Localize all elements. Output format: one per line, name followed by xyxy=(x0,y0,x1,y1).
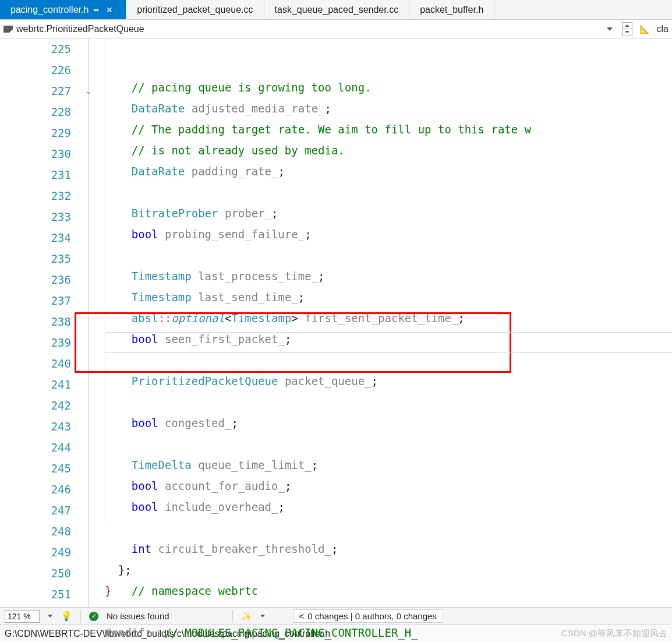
line-number: 241 xyxy=(0,374,71,395)
close-icon[interactable]: ✕ xyxy=(104,5,115,15)
line-number: 238 xyxy=(0,311,71,332)
line-number: 236 xyxy=(0,269,71,290)
tab-task-queue-paced-sender[interactable]: task_queue_paced_sender.cc xyxy=(264,0,410,19)
code-line[interactable] xyxy=(105,601,672,622)
code-line[interactable]: PrioritizedPacketQueue packet_queue_; xyxy=(105,371,672,391)
line-number: 226 xyxy=(0,59,71,80)
code-line[interactable] xyxy=(105,391,672,412)
code-line[interactable]: int circuit_breaker_threshold_; xyxy=(105,538,672,559)
code-line[interactable]: }; xyxy=(105,559,672,580)
tab-prioritized-packet-queue[interactable]: prioritized_packet_queue.cc xyxy=(126,0,264,19)
code-line[interactable]: bool congested_; xyxy=(105,412,672,433)
nav-stepper[interactable] xyxy=(622,22,632,36)
line-number: 245 xyxy=(0,458,71,479)
code-line[interactable]: bool account_for_audio_; xyxy=(105,475,672,496)
line-number: 244 xyxy=(0,437,71,458)
code-line[interactable] xyxy=(105,350,672,371)
pin-icon[interactable]: ⇴ xyxy=(93,6,99,14)
tab-bar: pacing_controller.h ⇴ ✕ prioritized_pack… xyxy=(0,0,672,20)
code-line[interactable]: TimeDelta queue_time_limit_; xyxy=(105,454,672,475)
zoom-input[interactable] xyxy=(5,610,40,623)
code-line[interactable]: absl::optional<Timestamp> first_sent_pac… xyxy=(105,308,672,329)
code-line[interactable] xyxy=(105,517,672,538)
code-area[interactable]: // pacing queue is growing too long. Dat… xyxy=(105,38,672,607)
code-line[interactable]: bool seen_first_packet_; xyxy=(105,329,672,350)
nav-right-label: cla xyxy=(657,24,669,34)
line-number: 250 xyxy=(0,563,71,584)
code-line[interactable]: bool probing_send_failure_; xyxy=(105,224,672,245)
code-line[interactable] xyxy=(105,245,672,266)
fold-column[interactable]: ⌄ xyxy=(82,38,105,607)
line-number: 243 xyxy=(0,416,71,437)
code-line[interactable]: } // namespace webrtc xyxy=(105,580,672,601)
code-line[interactable]: DataRate adjusted_media_rate_; xyxy=(105,98,672,119)
breadcrumb[interactable]: webrtc.PrioritizedPacketQueue xyxy=(16,24,603,34)
code-editor[interactable]: 2252262272282292302312322332342352362372… xyxy=(0,38,672,607)
code-line[interactable]: bool include_overhead_; xyxy=(105,496,672,517)
class-icon xyxy=(3,26,13,33)
tab-label: packet_buffer.h xyxy=(420,5,483,15)
line-number: 237 xyxy=(0,290,71,311)
code-line[interactable]: BitrateProber prober_; xyxy=(105,203,672,224)
line-number: 233 xyxy=(0,206,71,227)
tab-label: pacing_controller.h xyxy=(10,5,89,15)
ok-check-icon: ✓ xyxy=(89,612,98,621)
line-number: 231 xyxy=(0,164,71,185)
line-number: 239 xyxy=(0,332,71,353)
code-line[interactable]: // is not already used by media. xyxy=(105,140,672,161)
line-number: 225 xyxy=(0,38,71,59)
line-number: 228 xyxy=(0,101,71,122)
line-number-gutter: 2252262272282292302312322332342352362372… xyxy=(0,38,82,607)
dropdown-arrow-icon[interactable] xyxy=(607,27,613,31)
line-number: 229 xyxy=(0,122,71,143)
code-line[interactable]: #endif // MODULES_PACING_PACING_CONTROLL… xyxy=(105,622,672,642)
line-number: 230 xyxy=(0,143,71,164)
code-line[interactable] xyxy=(105,433,672,454)
tab-label: task_queue_paced_sender.cc xyxy=(275,5,399,15)
code-line[interactable]: // The padding target rate. We aim to fi… xyxy=(105,119,672,140)
code-line[interactable]: DataRate padding_rate_; xyxy=(105,161,672,182)
line-number: 246 xyxy=(0,479,71,500)
line-number: 249 xyxy=(0,542,71,563)
tab-pacing-controller[interactable]: pacing_controller.h ⇴ ✕ xyxy=(0,0,126,19)
line-number: 242 xyxy=(0,395,71,416)
code-line[interactable] xyxy=(105,182,672,203)
lightbulb-icon[interactable]: 💡 xyxy=(61,611,72,622)
line-number: 251 xyxy=(0,584,71,605)
code-line[interactable]: Timestamp last_process_time_; xyxy=(105,266,672,287)
collapse-icon[interactable]: ⌄ xyxy=(84,86,93,96)
line-number: 240 xyxy=(0,353,71,374)
line-number: 234 xyxy=(0,227,71,248)
line-number: 232 xyxy=(0,185,71,206)
zoom-dropdown-icon[interactable] xyxy=(48,615,52,618)
line-number: 247 xyxy=(0,500,71,521)
ruler-icon[interactable]: 📐 xyxy=(638,23,651,36)
code-line[interactable]: Timestamp last_send_time_; xyxy=(105,287,672,308)
code-line[interactable]: // pacing queue is growing too long. xyxy=(105,77,672,98)
nav-bar: webrtc.PrioritizedPacketQueue 📐 cla xyxy=(0,20,672,38)
tab-packet-buffer[interactable]: packet_buffer.h xyxy=(409,0,494,19)
line-number: 227 xyxy=(0,80,71,101)
line-number: 248 xyxy=(0,521,71,542)
tab-label: prioritized_packet_queue.cc xyxy=(137,5,253,15)
line-number: 235 xyxy=(0,248,71,269)
